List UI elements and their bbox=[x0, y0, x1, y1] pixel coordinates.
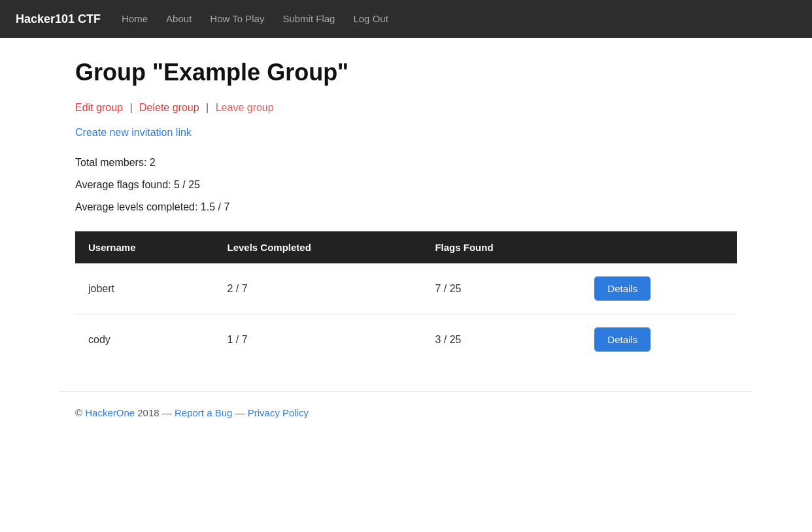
navbar: Hacker101 CTF Home About How To Play Sub… bbox=[0, 0, 812, 38]
footer-copyright: © bbox=[75, 407, 85, 418]
nav-how-to-play[interactable]: How To Play bbox=[210, 13, 264, 24]
footer-privacy-policy-link[interactable]: Privacy Policy bbox=[248, 407, 309, 418]
nav-submit-flag[interactable]: Submit Flag bbox=[282, 13, 335, 24]
members-table: Username Levels Completed Flags Found jo… bbox=[75, 231, 737, 365]
row-username-cody: cody bbox=[75, 314, 214, 365]
total-members-stat: Total members: 2 bbox=[75, 157, 737, 169]
footer-em-dash1: — bbox=[162, 407, 175, 418]
nav-links: Home About How To Play Submit Flag Log O… bbox=[122, 13, 388, 25]
separator-2: | bbox=[206, 102, 209, 113]
col-username: Username bbox=[75, 231, 214, 263]
table-body: jobert 2 / 7 7 / 25 Details cody 1 / 7 3… bbox=[75, 263, 737, 365]
edit-group-link[interactable]: Edit group bbox=[75, 102, 123, 113]
footer-report-bug-link[interactable]: Report a Bug bbox=[175, 407, 232, 418]
table-header: Username Levels Completed Flags Found bbox=[75, 231, 737, 263]
stats: Total members: 2 Average flags found: 5 … bbox=[75, 157, 737, 213]
row-levels-cody: 1 / 7 bbox=[214, 314, 422, 365]
row-flags-cody: 3 / 25 bbox=[422, 314, 581, 365]
col-flags-found: Flags Found bbox=[422, 231, 581, 263]
invitation-link-container: Create new invitation link bbox=[75, 127, 737, 139]
leave-group-link[interactable]: Leave group bbox=[216, 102, 274, 113]
footer-hackerone-link[interactable]: HackerOne bbox=[85, 407, 135, 418]
separator-1: | bbox=[129, 102, 132, 113]
avg-levels-stat: Average levels completed: 1.5 / 7 bbox=[75, 201, 737, 213]
col-levels-completed: Levels Completed bbox=[214, 231, 422, 263]
col-actions bbox=[581, 231, 737, 263]
footer-em-dash2: — bbox=[232, 407, 247, 418]
page-title: Group "Example Group" bbox=[75, 59, 737, 86]
row-action-jobert: Details bbox=[581, 263, 737, 314]
nav-home[interactable]: Home bbox=[122, 13, 148, 24]
details-button-jobert[interactable]: Details bbox=[594, 276, 651, 301]
nav-log-out[interactable]: Log Out bbox=[353, 13, 388, 24]
details-button-cody[interactable]: Details bbox=[594, 327, 651, 352]
action-links: Edit group | Delete group | Leave group bbox=[75, 102, 737, 114]
row-username-jobert: jobert bbox=[75, 263, 214, 314]
footer: © HackerOne 2018 — Report a Bug — Privac… bbox=[59, 391, 753, 434]
table-row: cody 1 / 7 3 / 25 Details bbox=[75, 314, 737, 365]
row-flags-jobert: 7 / 25 bbox=[422, 263, 581, 314]
delete-group-link[interactable]: Delete group bbox=[139, 102, 199, 113]
nav-brand[interactable]: Hacker101 CTF bbox=[16, 12, 101, 26]
create-invitation-link[interactable]: Create new invitation link bbox=[75, 127, 192, 138]
table-row: jobert 2 / 7 7 / 25 Details bbox=[75, 263, 737, 314]
nav-about[interactable]: About bbox=[166, 13, 192, 24]
footer-year: 2018 bbox=[135, 407, 162, 418]
row-levels-jobert: 2 / 7 bbox=[214, 263, 422, 314]
avg-flags-stat: Average flags found: 5 / 25 bbox=[75, 179, 737, 191]
row-action-cody: Details bbox=[581, 314, 737, 365]
main-content: Group "Example Group" Edit group | Delet… bbox=[59, 38, 753, 365]
